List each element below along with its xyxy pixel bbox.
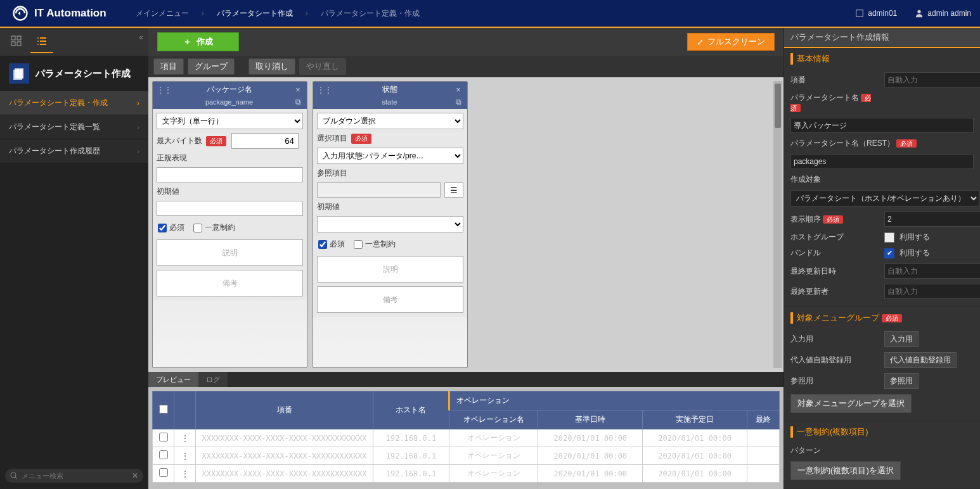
clear-icon[interactable]: ✕ [132,471,138,480]
field-type-select[interactable]: 文字列（単一行） [157,113,303,129]
maxbyte-label: 最大バイト数必須 [157,136,226,146]
row-checkbox[interactable] [159,468,168,477]
svg-rect-4 [17,36,21,40]
sidebar-list-view-icon[interactable] [30,30,53,53]
sidebar-search[interactable]: ✕ [5,469,143,483]
select-unique-button[interactable]: 一意制約(複数項目)を選択 [790,461,901,480]
select-item-select[interactable]: 入力用:状態:パラメータ/pre… [317,148,463,164]
tab-preview[interactable]: プレビュー [148,372,198,387]
sidebar: « パラメータシート作成 パラメータシート定義・作成› パラメータシート定義一覧… [0,28,148,489]
unique-checkbox[interactable]: 一意制約 [193,222,235,233]
unique-checkbox[interactable]: 一意制約 [354,239,396,250]
sidebar-nav: パラメータシート定義・作成› パラメータシート定義一覧› パラメータシート作成履… [0,91,148,163]
drag-handle-icon[interactable]: ⋮⋮ [317,86,326,94]
copy-icon[interactable]: ⧉ [293,98,303,106]
rest-name-input[interactable] [790,154,974,169]
preview-table: ⋮ 項番 ホスト名 オペレーション オペレーション名 基準日時 実施予定日 最終 [152,391,780,483]
user-icon [915,9,924,18]
col-base: 基準日時 [538,410,643,429]
desc-textarea[interactable]: 説明 [157,239,303,266]
svg-rect-10 [40,41,46,42]
note-textarea[interactable]: 備考 [157,270,303,296]
table-row[interactable]: ⋮ XXXXXXXX-XXXX-XXXX-XXXX-XXXXXXXXXXXX 1… [153,465,780,483]
sidebar-grid-view-icon[interactable] [5,30,28,53]
svg-rect-6 [17,42,21,46]
col-opname: オペレーション名 [449,410,538,429]
sidebar-item-history[interactable]: パラメータシート作成履歴› [0,139,148,163]
close-icon[interactable]: × [293,86,303,94]
fullscreen-button[interactable]: ⤢ フルスクリーン [687,33,775,51]
field-card-state[interactable]: ⋮⋮ 状態 × state ⧉ プルダウン選択 [313,81,468,368]
card-title: 状態 [326,84,453,95]
breadcrumb: メインメニュー パラメータシート作成 パラメータシート定義・作成 [118,8,847,19]
chevron-right-icon: › [137,99,139,108]
svg-line-16 [15,477,17,479]
basic-info-heading: 基本情報 [790,53,974,65]
copy-icon[interactable]: ⧉ [453,98,463,106]
crumb-1[interactable]: パラメータシート作成 [212,8,298,19]
sidebar-item-define-list[interactable]: パラメータシート定義一覧› [0,115,148,139]
app-header: IT Automation メインメニュー パラメータシート作成 パラメータシー… [0,0,980,28]
note-textarea[interactable]: 備考 [317,286,463,313]
bundle-checkbox[interactable] [884,248,894,258]
rp-tab[interactable]: パラメータシート作成情報 [784,28,980,48]
card-title: パッケージ名 [165,84,293,95]
svg-rect-8 [40,37,46,39]
target-select[interactable]: パラメータシート（ホスト/オペレーションあり） [790,190,979,206]
init-select[interactable] [317,216,463,232]
regex-input[interactable] [157,167,303,182]
required-checkbox[interactable]: 必須 [158,222,184,233]
workspace-indicator[interactable]: admin01 [846,9,906,18]
drag-handle-icon[interactable]: ⋮⋮ [157,86,165,94]
svg-rect-5 [11,42,15,46]
sidebar-collapse-icon[interactable]: « [139,33,143,42]
canvas-scrollbar[interactable] [773,81,782,368]
hostgroup-checkbox[interactable] [884,232,894,243]
col-operation-group: オペレーション [449,391,779,410]
row-checkbox[interactable] [159,450,168,459]
close-icon[interactable]: × [453,86,463,94]
app-title: IT Automation [34,7,106,20]
create-button[interactable]: ＋ 作成 [157,32,239,51]
desc-textarea[interactable]: 説明 [317,256,463,283]
menugrp-input-value: 入力用 [884,331,919,347]
updated-at-input [884,264,980,279]
select-menugroup-button[interactable]: 対象メニューグループを選択 [790,394,912,413]
undo-button[interactable]: 取り消し [248,58,295,75]
row-menu-icon[interactable]: ⋮ [174,447,196,465]
sidebar-item-define-create[interactable]: パラメータシート定義・作成› [0,91,148,115]
num-input [884,72,980,87]
row-checkbox[interactable] [159,433,168,441]
maxbyte-input[interactable] [231,133,299,149]
select-all-checkbox[interactable] [159,405,168,414]
chevron-right-icon: › [137,147,139,156]
sheet-name-input[interactable] [790,118,974,133]
init-input[interactable] [157,201,303,216]
row-menu-icon[interactable]: ⋮ [174,429,196,447]
svg-rect-1 [856,10,863,17]
table-row[interactable]: ⋮ XXXXXXXX-XXXX-XXXX-XXXX-XXXXXXXXXXXX 1… [153,429,780,447]
menugrp-sub-value: 代入値自動登録用 [884,352,957,368]
table-row[interactable]: ⋮ XXXXXXXX-XXXX-XXXX-XXXX-XXXXXXXXXXXX 1… [153,447,780,465]
field-card-package-name[interactable]: ⋮⋮ パッケージ名 × package_name ⧉ 文字列（単一行 [152,81,307,368]
svg-rect-12 [40,44,46,45]
sidebar-title: パラメータシート作成 [35,68,131,80]
search-input[interactable] [18,472,132,479]
regex-label: 正規表現 [157,153,303,163]
svg-rect-14 [13,70,22,80]
svg-point-2 [918,10,921,13]
row-menu-icon[interactable]: ⋮ [174,465,196,483]
required-checkbox[interactable]: 必須 [318,239,345,250]
menu-header[interactable]: ⋮ [174,391,196,429]
tab-log[interactable]: ログ [198,372,228,387]
order-input[interactable] [884,212,980,227]
add-item-button[interactable]: 項目 [153,58,184,75]
field-type-select[interactable]: プルダウン選択 [317,113,463,129]
add-group-button[interactable]: グループ [188,58,235,75]
user-indicator[interactable]: admin admin [906,9,980,18]
ref-list-button[interactable]: ☰ [444,182,463,198]
crumb-0[interactable]: メインメニュー [131,8,194,19]
svg-point-15 [11,473,16,478]
ref-input [317,182,441,198]
logo-icon [11,4,29,22]
